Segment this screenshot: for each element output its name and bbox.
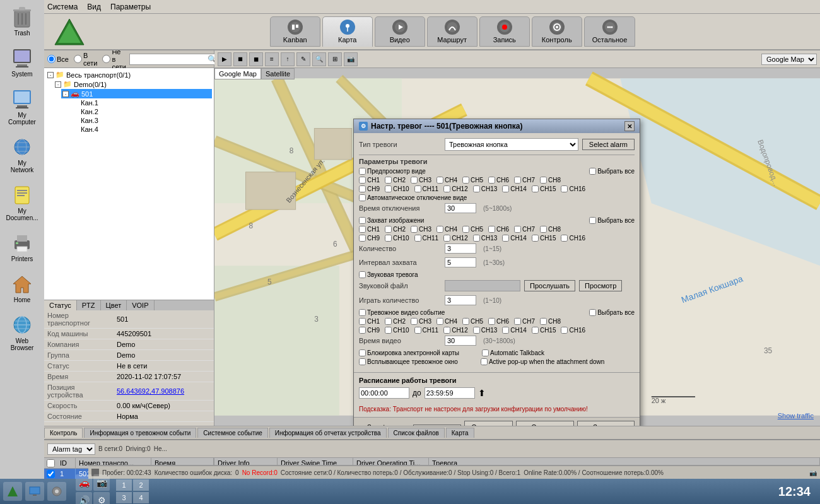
vid-ch11[interactable]: CH11: [414, 327, 439, 334]
search-input[interactable]: [132, 56, 208, 63]
map-btn-9[interactable]: 📷: [344, 52, 358, 66]
sidebar-item-printers[interactable]: Printers: [3, 229, 41, 265]
listen-btn[interactable]: Прослушать: [524, 280, 575, 291]
map-btn-4[interactable]: ≡: [265, 52, 279, 66]
vid-ch12[interactable]: CH12: [443, 327, 468, 334]
capture-checkbox-item[interactable]: Захват изображени: [359, 217, 424, 224]
filter-offline[interactable]: Не в сети: [102, 50, 126, 71]
sound-alarm-cb[interactable]: [359, 271, 366, 278]
map-btn-7[interactable]: 🔍: [312, 52, 326, 66]
save-btn[interactable]: Сохранить: [413, 425, 462, 426]
cap-ch14[interactable]: CH14: [502, 235, 527, 242]
time-from-input[interactable]: [359, 387, 409, 399]
tree-channel-3[interactable]: Кан.3: [69, 116, 212, 125]
num-4[interactable]: 4: [133, 492, 149, 503]
tree-channel-1[interactable]: Кан.1: [69, 98, 212, 107]
vid-ch7[interactable]: CH7: [514, 318, 535, 325]
bottom-tab-device[interactable]: Информация об отчетах устройства: [269, 428, 387, 438]
load-default-btn[interactable]: Загр. по умолчанию: [577, 421, 635, 426]
expand-demo[interactable]: -: [55, 81, 61, 88]
modal-close-btn[interactable]: ✕: [624, 121, 635, 131]
save-multiple-item[interactable]: Save to multiple alarm: [359, 424, 407, 426]
preview-checkbox[interactable]: [359, 168, 366, 175]
capture-checkbox[interactable]: [359, 217, 366, 224]
vid-ch4[interactable]: CH4: [436, 318, 457, 325]
capture-select-all[interactable]: Выбрать все: [589, 217, 635, 224]
cap-ch9[interactable]: CH9: [359, 235, 380, 242]
prev-ch1[interactable]: CH1: [359, 177, 380, 184]
sidebar-item-mydocuments[interactable]: My Documen...: [3, 181, 41, 224]
active-popup-item[interactable]: Active pop-up when the attachment down: [481, 358, 604, 365]
header-checkbox[interactable]: [47, 459, 55, 467]
tree-device-501[interactable]: - 🚗 501: [61, 89, 212, 98]
prev-ch16[interactable]: CH16: [561, 185, 585, 192]
status-tab-ptz[interactable]: PTZ: [77, 300, 101, 310]
status-tab-voip[interactable]: VOIP: [127, 300, 154, 310]
expand-device[interactable]: -: [62, 91, 69, 97]
cap-ch4[interactable]: CH4: [436, 226, 457, 233]
cap-ch16[interactable]: CH16: [561, 235, 585, 242]
tree-root[interactable]: - 📁 Весь транспорт(0/1): [46, 70, 212, 79]
prev-ch4[interactable]: CH4: [436, 177, 457, 184]
capture-select-all-cb[interactable]: [589, 217, 596, 224]
alarm-type-select[interactable]: Тревожная кнопка: [445, 138, 578, 151]
prev-ch14[interactable]: CH14: [502, 185, 527, 192]
map-btn-5[interactable]: ↑: [281, 52, 295, 66]
tab-route[interactable]: Маршрут: [427, 16, 477, 47]
map-btn-3[interactable]: ◼: [249, 52, 263, 66]
bottom-tab-control[interactable]: Контроль: [44, 428, 83, 438]
prev-ch8[interactable]: CH8: [540, 177, 561, 184]
prev-ch12[interactable]: CH12: [443, 185, 468, 192]
status-tab-status[interactable]: Статус: [44, 300, 77, 310]
alarm-tag-select[interactable]: Alarm tag: [47, 443, 95, 455]
prev-ch9[interactable]: CH9: [359, 185, 380, 192]
tab-record[interactable]: Запись: [479, 16, 530, 47]
cap-ch15[interactable]: CH15: [532, 235, 556, 242]
auto-disconnect-cb[interactable]: [359, 194, 366, 201]
map-stop-btn[interactable]: ⏹: [233, 52, 247, 66]
prev-ch5[interactable]: CH5: [462, 177, 483, 184]
map-play-btn[interactable]: ▶: [218, 52, 231, 66]
prev-ch2[interactable]: CH2: [385, 177, 406, 184]
auto-talkback-item[interactable]: Automatic Talkback: [482, 349, 544, 356]
sidebar-item-system[interactable]: System: [3, 44, 41, 80]
video-select-all-cb[interactable]: [589, 309, 596, 316]
cap-ch1[interactable]: CH1: [359, 226, 380, 233]
num-2[interactable]: 2: [133, 479, 149, 491]
bottom-tab-system[interactable]: Системное событие: [197, 428, 267, 438]
menu-vid[interactable]: Вид: [87, 3, 101, 11]
cap-ch6[interactable]: CH6: [488, 226, 509, 233]
menu-sistema[interactable]: Система: [47, 3, 78, 11]
time-to-input[interactable]: [425, 387, 475, 399]
save-default-btn[interactable]: Сохр. по умолчанию: [516, 421, 574, 426]
vid-ch14[interactable]: CH14: [502, 327, 527, 334]
tab-kanban[interactable]: Kanban: [270, 16, 320, 47]
tab-control[interactable]: Контроль: [532, 16, 582, 47]
prev-ch11[interactable]: CH11: [414, 185, 439, 192]
expand-root[interactable]: -: [47, 72, 54, 78]
play-count-input[interactable]: [445, 295, 476, 305]
prev-ch10[interactable]: CH10: [385, 185, 409, 192]
video-select-all[interactable]: Выбрать все: [589, 309, 635, 316]
prev-ch6[interactable]: CH6: [488, 177, 509, 184]
tree-demo[interactable]: - 📁 Demo(0/1): [54, 79, 212, 89]
disconnect-time-input[interactable]: [445, 203, 476, 213]
cap-ch13[interactable]: CH13: [473, 235, 498, 242]
prev-ch15[interactable]: CH15: [532, 185, 556, 192]
taskbar-icon-3[interactable]: [47, 482, 66, 501]
tree-channel-2[interactable]: Кан.2: [69, 107, 212, 116]
num-3[interactable]: 3: [116, 492, 132, 503]
vid-ch15[interactable]: CH15: [532, 327, 556, 334]
select-alarm-button[interactable]: Select alarm: [582, 139, 635, 150]
cap-ch11[interactable]: CH11: [414, 235, 439, 242]
video-time-input[interactable]: [445, 336, 476, 346]
taskbar-small-1[interactable]: 🚗: [76, 474, 92, 491]
vid-ch1[interactable]: CH1: [359, 318, 380, 325]
taskbar-icon-2[interactable]: [25, 482, 44, 501]
preview-checkbox-item[interactable]: Предпросмотр виде: [359, 168, 426, 175]
map-btn-8[interactable]: ⊞: [328, 52, 342, 66]
sidebar-item-mynetwork[interactable]: My Network: [3, 133, 41, 176]
vid-ch9[interactable]: CH9: [359, 327, 380, 334]
auto-talkback-cb[interactable]: [482, 349, 489, 356]
block-map-cb[interactable]: [359, 349, 366, 356]
